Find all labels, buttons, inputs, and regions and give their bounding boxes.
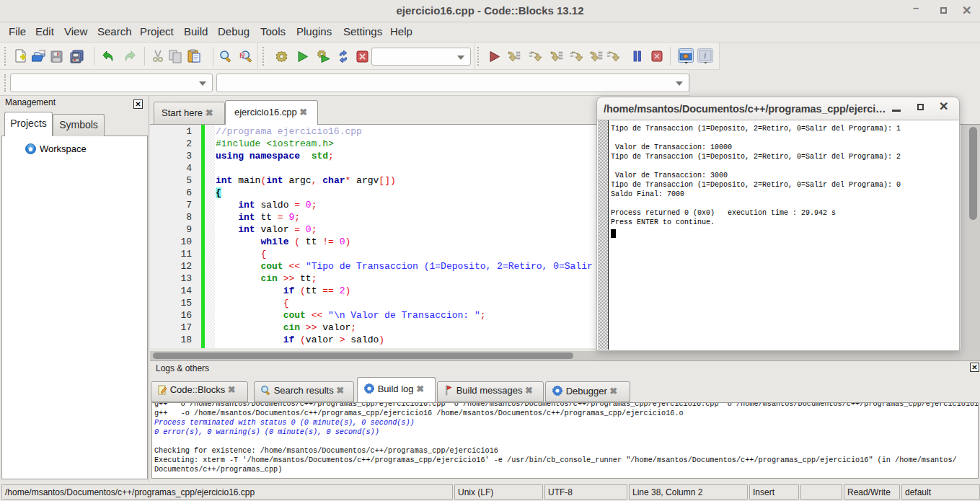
svg-text:R: R [239,51,245,60]
svg-text:i: i [704,50,706,61]
